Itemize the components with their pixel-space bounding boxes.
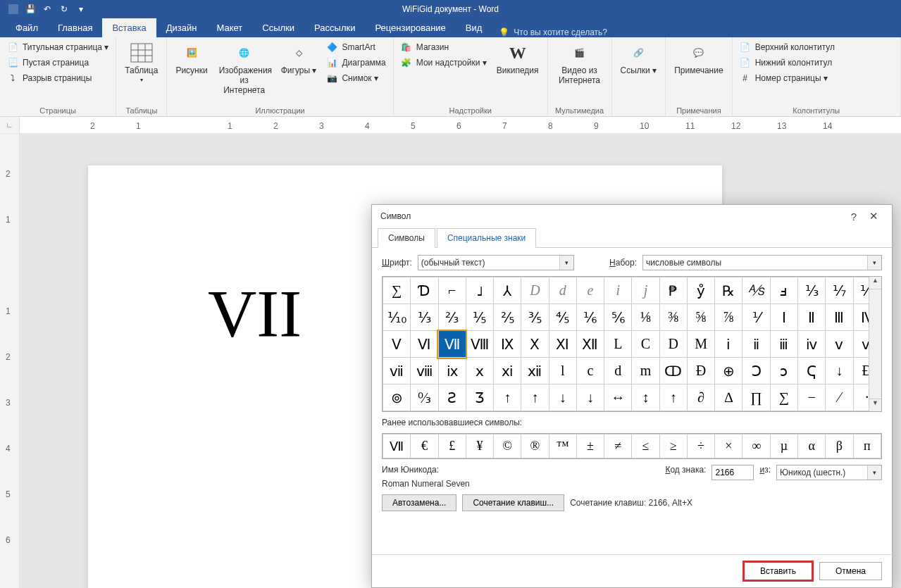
symbol-cell[interactable]: Ⅻ <box>576 331 604 358</box>
recent-symbol-cell[interactable]: ± <box>576 434 604 458</box>
tab-special-chars[interactable]: Специальные знаки <box>437 228 536 248</box>
page-number-button[interactable]: #Номер страницы ▾ <box>737 71 838 85</box>
symbol-cell[interactable]: ∕ <box>826 384 853 411</box>
scroll-down-icon[interactable]: ▼ <box>869 399 881 411</box>
symbol-cell[interactable]: ₱ <box>659 277 687 304</box>
symbol-cell[interactable]: ⅱ <box>742 331 770 358</box>
from-combo[interactable]: Юникод (шестн.)▾ <box>776 465 882 480</box>
symbol-cell[interactable]: Ҁ <box>797 358 825 384</box>
redo-icon[interactable]: ↻ <box>56 1 72 17</box>
symbol-cell[interactable]: Ⅺ <box>549 331 576 358</box>
tab-mailings[interactable]: Рассылки <box>304 18 365 37</box>
symbol-cell[interactable]: M <box>687 331 714 358</box>
symbol-cell[interactable]: ⅎ <box>770 277 797 304</box>
shortcut-key-button[interactable]: Сочетание клавиш... <box>462 494 564 511</box>
symbol-cell[interactable]: ⊕ <box>715 358 742 384</box>
symbol-cell[interactable]: ↓ <box>549 384 576 411</box>
symbol-cell[interactable]: Ʒ <box>466 384 493 411</box>
tab-home[interactable]: Главная <box>48 18 102 37</box>
symbol-cell[interactable]: ⅰ <box>715 331 742 358</box>
close-button[interactable]: ✕ <box>864 210 883 223</box>
pictures-button[interactable]: 🖼️Рисунки <box>171 40 211 77</box>
chart-button[interactable]: 📊Диаграмма <box>323 56 388 70</box>
symbol-cell[interactable]: ∏ <box>742 384 770 411</box>
symbol-cell[interactable]: ⅗ <box>521 304 549 331</box>
symbol-cell[interactable]: ∑ <box>383 277 411 304</box>
symbol-cell[interactable]: C <box>632 331 659 358</box>
symbol-cell[interactable]: ⅞ <box>715 304 742 331</box>
symbol-cell[interactable]: ∑ <box>770 384 797 411</box>
symbol-cell[interactable]: m <box>632 358 659 384</box>
recent-symbol-cell[interactable]: ≤ <box>632 434 659 458</box>
recent-symbol-cell[interactable]: € <box>411 434 438 458</box>
my-addins-button[interactable]: 🧩Мои надстройки ▾ <box>398 56 490 70</box>
symbol-cell[interactable]: ⅖ <box>494 304 521 331</box>
symbol-cell[interactable]: − <box>797 384 825 411</box>
autocorrect-button[interactable]: Автозамена... <box>382 494 456 511</box>
symbol-cell[interactable]: ⅜ <box>659 304 687 331</box>
symbol-cell[interactable]: ⅍ <box>742 277 770 304</box>
symbol-cell[interactable]: d <box>549 277 576 304</box>
recent-symbol-cell[interactable]: α <box>797 434 825 458</box>
blank-page-button[interactable]: 📃Пустая страница <box>4 56 111 70</box>
set-combo[interactable]: числовые символы▾ <box>642 255 882 270</box>
symbol-cell[interactable]: Ɗ <box>411 277 438 304</box>
symbol-cell[interactable]: ↑ <box>521 384 549 411</box>
symbol-cell[interactable]: ∂ <box>687 384 714 411</box>
symbol-cell[interactable]: D <box>521 277 549 304</box>
symbol-cell[interactable]: ⅒ <box>383 304 411 331</box>
tell-me-search[interactable]: 💡 Что вы хотите сделать? <box>492 27 614 37</box>
symbol-cell[interactable]: ⅻ <box>521 358 549 384</box>
store-button[interactable]: 🛍️Магазин <box>398 40 490 54</box>
recent-symbol-cell[interactable]: ® <box>521 434 549 458</box>
symbol-cell[interactable]: ⅳ <box>797 331 825 358</box>
symbol-cell[interactable]: ⅙ <box>576 304 604 331</box>
header-button[interactable]: 📄Верхний колонтитул <box>737 40 838 54</box>
symbol-cell[interactable]: ⅔ <box>438 304 466 331</box>
recent-symbol-cell[interactable]: β <box>826 434 853 458</box>
online-video-button[interactable]: 🎬Видео из Интернета <box>552 40 607 87</box>
symbol-cell[interactable]: Ⅱ <box>797 304 825 331</box>
symbol-cell[interactable]: ⅚ <box>604 304 632 331</box>
char-code-input[interactable] <box>712 465 754 480</box>
recent-symbol-cell[interactable]: × <box>715 434 742 458</box>
vertical-ruler[interactable]: 21123456 <box>0 134 20 588</box>
symbol-cell[interactable]: ⅓ <box>411 304 438 331</box>
symbol-cell[interactable]: ⅐ <box>826 277 853 304</box>
symbol-cell[interactable]: d <box>604 358 632 384</box>
symbol-cell[interactable]: ⅺ <box>494 358 521 384</box>
cancel-button[interactable]: Отмена <box>819 562 882 580</box>
symbol-cell[interactable]: ⁰⁄₃ <box>411 384 438 411</box>
symbol-cell[interactable]: Ƨ <box>438 384 466 411</box>
symbol-cell[interactable]: ↕ <box>632 384 659 411</box>
recent-symbol-cell[interactable]: ≠ <box>604 434 632 458</box>
tab-symbols[interactable]: Символы <box>378 228 435 248</box>
symbol-cell[interactable]: ˩ <box>466 277 493 304</box>
recent-symbol-cell[interactable]: п <box>853 434 881 458</box>
tab-file[interactable]: Файл <box>6 18 48 37</box>
symbol-cell[interactable]: ⅶ <box>383 358 411 384</box>
symbol-cell[interactable]: ⌐ <box>438 277 466 304</box>
tab-design[interactable]: Дизайн <box>156 18 207 37</box>
symbol-cell[interactable]: ↑ <box>659 384 687 411</box>
undo-icon[interactable]: ↶ <box>39 1 55 17</box>
symbol-cell[interactable]: ẙ <box>687 277 714 304</box>
recent-symbol-cell[interactable]: © <box>494 434 521 458</box>
symbol-cell[interactable]: ∆ <box>715 384 742 411</box>
symbol-cell[interactable]: j <box>632 277 659 304</box>
online-pictures-button[interactable]: 🌐Изображения из Интернета <box>215 40 274 96</box>
symbol-cell[interactable]: ⅕ <box>466 304 493 331</box>
recent-symbol-cell[interactable]: ≥ <box>659 434 687 458</box>
symbol-cell[interactable]: ↀ <box>659 358 687 384</box>
symbol-cell[interactable]: Ð <box>687 358 714 384</box>
footer-button[interactable]: 📄Нижний колонтитул <box>737 56 838 70</box>
tab-review[interactable]: Рецензирование <box>365 18 455 37</box>
symbol-cell[interactable]: Ⅹ <box>521 331 549 358</box>
save-icon[interactable]: 💾 <box>23 1 38 17</box>
symbol-cell[interactable]: Ⅵ <box>411 331 438 358</box>
help-button[interactable]: ? <box>844 211 864 223</box>
recent-symbol-cell[interactable]: µ <box>770 434 797 458</box>
wikipedia-button[interactable]: WВикипедия <box>492 40 543 77</box>
scroll-up-icon[interactable]: ▲ <box>869 277 881 289</box>
symbol-cell[interactable]: Ⅰ <box>770 304 797 331</box>
